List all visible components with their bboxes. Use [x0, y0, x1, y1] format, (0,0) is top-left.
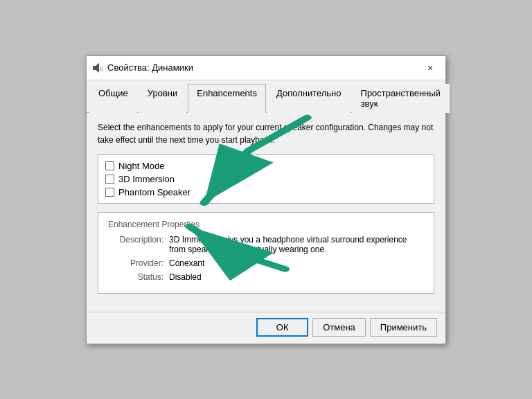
- status-label: Status:: [108, 272, 163, 282]
- description-text: Select the enhancements to apply for you…: [98, 121, 434, 146]
- provider-row: Provider: Conexant: [108, 258, 424, 268]
- button-bar: ОК Отмена Применить: [87, 312, 445, 344]
- list-item: Night Mode: [105, 161, 427, 171]
- status-value: Disabled: [169, 272, 202, 282]
- provider-label: Provider:: [108, 258, 163, 268]
- close-button[interactable]: ×: [420, 60, 440, 76]
- tab-enhancements[interactable]: Enhancements: [188, 84, 266, 113]
- 3d-immersion-label: 3D Immersion: [118, 174, 175, 184]
- cancel-button[interactable]: Отмена: [312, 318, 366, 337]
- title-bar: )))) Свойства: Динамики ×: [87, 56, 445, 80]
- title-bar-left: )))) Свойства: Динамики: [92, 62, 193, 73]
- provider-value: Conexant: [169, 258, 204, 268]
- status-row: Status: Disabled: [108, 272, 424, 282]
- main-window: )))) Свойства: Динамики × Общие Уровни E…: [86, 55, 446, 344]
- description-label: Description:: [108, 235, 163, 254]
- list-item: 3D Immersion: [105, 174, 427, 184]
- speaker-icon: )))): [92, 62, 103, 73]
- tab-bar: Общие Уровни Enhancements Дополнительно …: [87, 80, 445, 113]
- properties-box: Enhancement Properties Description: 3D I…: [98, 212, 434, 294]
- apply-button[interactable]: Применить: [370, 318, 437, 337]
- svg-marker-1: [96, 63, 99, 73]
- 3d-immersion-checkbox[interactable]: [105, 175, 114, 184]
- tab-advanced[interactable]: Дополнительно: [267, 84, 351, 113]
- description-value: 3D Immersion givs you a headphone virtua…: [169, 235, 424, 254]
- ok-button[interactable]: ОК: [256, 318, 308, 337]
- enhancements-box: Night Mode 3D Immersion Phantom Speaker: [98, 154, 434, 204]
- phantom-speaker-checkbox[interactable]: [105, 188, 114, 197]
- night-mode-checkbox[interactable]: [105, 161, 114, 170]
- svg-text:)))): )))): [100, 66, 103, 71]
- list-item: Phantom Speaker: [105, 187, 427, 197]
- content-area: Select the enhancements to apply for you…: [87, 113, 445, 312]
- tab-levels[interactable]: Уровни: [139, 84, 186, 113]
- description-row: Description: 3D Immersion givs you a hea…: [108, 235, 424, 254]
- properties-title: Enhancement Properties: [108, 220, 424, 229]
- svg-rect-0: [93, 66, 96, 70]
- tab-general[interactable]: Общие: [89, 84, 137, 113]
- phantom-speaker-label: Phantom Speaker: [118, 187, 190, 197]
- window-title: Свойства: Динамики: [107, 62, 193, 73]
- tab-spatial[interactable]: Пространственный звук: [352, 84, 450, 113]
- night-mode-label: Night Mode: [118, 161, 164, 171]
